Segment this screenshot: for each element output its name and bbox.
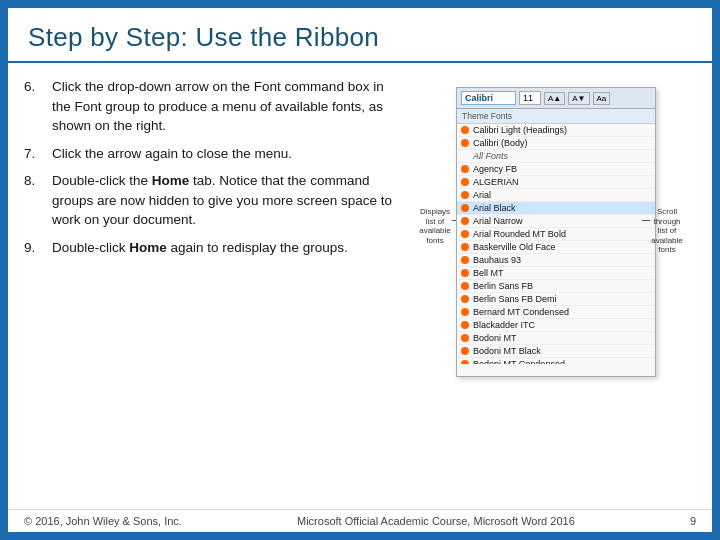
footer-page: 9 — [690, 515, 696, 527]
content-area: 6. Click the drop-down arrow on the Font… — [8, 63, 712, 505]
font-name-box: Calibri — [461, 91, 516, 105]
font-section-title: Theme Fonts — [457, 109, 655, 124]
font-type-icon — [461, 347, 469, 355]
font-name: Bell MT — [473, 268, 504, 278]
font-list-item[interactable]: Berlin Sans FB Demi — [457, 293, 655, 306]
step-num-6: 6. — [24, 77, 46, 136]
font-list-item[interactable]: Bodoni MT — [457, 332, 655, 345]
font-name: Arial Rounded MT Bold — [473, 229, 566, 239]
font-name: Baskerville Old Face — [473, 242, 556, 252]
font-type-icon — [461, 334, 469, 342]
step-text-7: Click the arrow again to close the menu. — [52, 144, 292, 164]
font-list-item[interactable]: Berlin Sans FB — [457, 280, 655, 293]
font-name: Agency FB — [473, 164, 517, 174]
step-text-6: Click the drop-down arrow on the Font co… — [52, 77, 402, 136]
font-list-item[interactable]: Arial Black — [457, 202, 655, 215]
step-item-7: 7. Click the arrow again to close the me… — [24, 144, 402, 164]
footer-course: Microsoft Official Academic Course, Micr… — [297, 515, 575, 527]
font-type-icon — [461, 256, 469, 264]
steps-column: 6. Click the drop-down arrow on the Font… — [24, 73, 402, 505]
font-type-icon — [461, 321, 469, 329]
font-name: Bauhaus 93 — [473, 255, 521, 265]
image-area: Displays list of available fonts Calibri… — [416, 73, 696, 505]
font-type-icon — [461, 308, 469, 316]
font-list-item[interactable]: Arial — [457, 189, 655, 202]
font-menu-container: Displays list of available fonts Calibri… — [416, 77, 686, 407]
font-type-icon — [461, 139, 469, 147]
font-type-icon — [461, 282, 469, 290]
inner-card: Step by Step: Use the Ribbon 6. Click th… — [8, 8, 712, 532]
font-name: Bodoni MT Condensed — [473, 359, 565, 364]
font-name: Bodoni MT Black — [473, 346, 541, 356]
font-menu-list[interactable]: Calibri Light (Headings)Calibri (Body)Al… — [457, 124, 655, 364]
font-list-item[interactable]: Bell MT — [457, 267, 655, 280]
font-name: Arial Narrow — [473, 216, 523, 226]
font-name: Arial Black — [473, 203, 516, 213]
font-name: Calibri Light (Headings) — [473, 125, 567, 135]
font-size-box: 11 — [519, 91, 541, 105]
font-type-icon — [461, 217, 469, 225]
title-bar: Step by Step: Use the Ribbon — [8, 8, 712, 63]
step-text-8: Double-click the Home tab. Notice that t… — [52, 171, 402, 230]
page-title: Step by Step: Use the Ribbon — [28, 22, 379, 52]
footer-copyright: © 2016, John Wiley & Sons, Inc. — [24, 515, 182, 527]
step-num-9: 9. — [24, 238, 46, 258]
font-list-item[interactable]: Calibri Light (Headings) — [457, 124, 655, 137]
callout-scroll: Scroll through list of available fonts — [648, 207, 686, 255]
font-type-icon — [461, 295, 469, 303]
font-type-icon — [461, 230, 469, 238]
font-name: All Fonts — [473, 151, 508, 161]
font-type-icon — [461, 178, 469, 186]
step-text-9: Double-click Home again to redisplay the… — [52, 238, 348, 258]
font-list-item[interactable]: Calibri (Body) — [457, 137, 655, 150]
font-name: Berlin Sans FB Demi — [473, 294, 557, 304]
font-list-item[interactable]: ALGERIAN — [457, 176, 655, 189]
step-item-8: 8. Double-click the Home tab. Notice tha… — [24, 171, 402, 230]
font-type-icon — [461, 126, 469, 134]
step-num-8: 8. — [24, 171, 46, 230]
font-list-item[interactable]: Bauhaus 93 — [457, 254, 655, 267]
font-list-item[interactable]: Bodoni MT Black — [457, 345, 655, 358]
callout-displays: Displays list of available fonts — [416, 207, 454, 245]
font-name: Blackadder ITC — [473, 320, 535, 330]
font-name: ALGERIAN — [473, 177, 519, 187]
font-name: Berlin Sans FB — [473, 281, 533, 291]
step-item-6: 6. Click the drop-down arrow on the Font… — [24, 77, 402, 136]
font-list-item[interactable]: All Fonts — [457, 150, 655, 163]
font-type-icon — [461, 191, 469, 199]
font-list-item[interactable]: Bernard MT Condensed — [457, 306, 655, 319]
font-list-item[interactable]: Arial Narrow — [457, 215, 655, 228]
footer-bar: © 2016, John Wiley & Sons, Inc. Microsof… — [8, 509, 712, 532]
font-list-item[interactable]: Agency FB — [457, 163, 655, 176]
font-dropdown-image: Calibri 11 A▲ A▼ Aa Theme Fonts Calibri … — [456, 87, 656, 377]
step-num-7: 7. — [24, 144, 46, 164]
font-list-item[interactable]: Baskerville Old Face — [457, 241, 655, 254]
font-type-icon — [461, 360, 469, 364]
font-btn-a-shrink: A▼ — [568, 92, 589, 105]
outer-border: Step by Step: Use the Ribbon 6. Click th… — [0, 0, 720, 540]
font-type-icon — [461, 204, 469, 212]
font-type-icon — [461, 269, 469, 277]
font-btn-a-grow: A▲ — [544, 92, 565, 105]
step-item-9: 9. Double-click Home again to redisplay … — [24, 238, 402, 258]
font-name: Bernard MT Condensed — [473, 307, 569, 317]
font-type-icon — [461, 243, 469, 251]
font-name: Arial — [473, 190, 491, 200]
font-btn-aa: Aa — [593, 92, 611, 105]
font-list-item[interactable]: Bodoni MT Condensed — [457, 358, 655, 364]
font-name: Bodoni MT — [473, 333, 517, 343]
font-list-item[interactable]: Arial Rounded MT Bold — [457, 228, 655, 241]
font-name: Calibri (Body) — [473, 138, 528, 148]
font-toolbar: Calibri 11 A▲ A▼ Aa — [457, 88, 655, 109]
font-type-icon — [461, 165, 469, 173]
font-list-item[interactable]: Blackadder ITC — [457, 319, 655, 332]
